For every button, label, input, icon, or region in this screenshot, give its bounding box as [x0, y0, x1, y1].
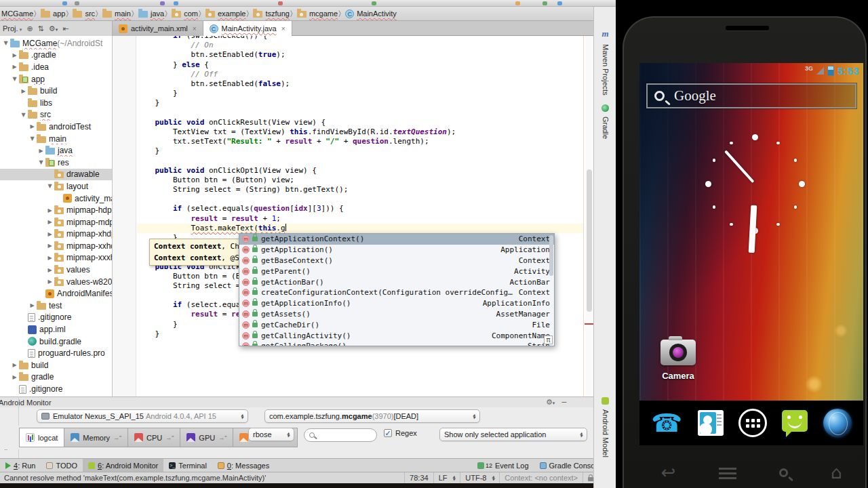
scrollbar-thumb[interactable]	[587, 169, 592, 312]
completion-item-getApplicationInfo[interactable]: mgetApplicationInfo()ApplicationInfo	[239, 298, 554, 309]
code-line[interactable]: String select = (String) btn.getText();	[137, 185, 585, 195]
tree-item-mipmap-hdpi[interactable]: ▶mipmap-hdpi	[0, 204, 112, 216]
toolbar-icon[interactable]	[160, 1, 165, 5]
monitor-tab-logcat[interactable]: logcat	[19, 428, 64, 447]
home-button[interactable]: ⌂	[831, 464, 842, 481]
code-line[interactable]: result = result + 1;	[137, 214, 585, 224]
regex-checkbox[interactable]: ✓ Regex	[384, 429, 417, 437]
editor-tab-activity_main.xml[interactable]: activity_main.xml×	[113, 21, 203, 36]
tool-button-maven[interactable]: m Maven Projects	[594, 26, 616, 96]
monitor-tab-GPU[interactable]: GPU→”	[180, 428, 233, 447]
code-line[interactable]: public void onClickResult(View view) {	[137, 118, 585, 127]
completion-item-getCallingPackage[interactable]: mgetCallingPackage()Strin	[239, 341, 554, 346]
tree-item-.gitignore[interactable]: .gitignore	[0, 312, 112, 324]
tree-item-res[interactable]: ▼res	[0, 157, 112, 169]
browser-app-icon[interactable]	[823, 409, 852, 437]
code-line[interactable]: }	[137, 89, 585, 98]
tree-item-MCGame[interactable]: ▼MCGame (~/AndroidSt	[0, 37, 112, 49]
monitor-tab-CPU[interactable]: CPU→”	[128, 428, 180, 447]
collapse-arrow[interactable]: ▼	[10, 76, 19, 82]
expand-arrow[interactable]: ▶	[10, 362, 19, 368]
collapse-arrow[interactable]: ▼	[19, 112, 28, 118]
code-line[interactable]	[137, 108, 585, 118]
expand-arrow[interactable]: ▶	[45, 255, 54, 261]
breadcrumb-item-main[interactable]: main	[102, 9, 131, 18]
tree-item-androidTest[interactable]: ▶androidTest	[0, 121, 112, 133]
completion-item-getCallingActivity[interactable]: mgetCallingActivity()ComponentName	[239, 330, 554, 341]
tree-item-mipmap-xxhdpi[interactable]: ▶mipmap-xxhdpi	[0, 240, 112, 252]
collapse-arrow[interactable]: ▼	[37, 159, 45, 165]
tool-button-android-model[interactable]: Android Model	[594, 394, 616, 458]
tree-item-values-w820dp[interactable]: ▶values-w820dp	[0, 276, 112, 288]
toolbar-icon[interactable]	[542, 1, 547, 5]
messaging-app-icon[interactable]	[782, 410, 808, 432]
code-line[interactable]: if (select.equals(question[idx][3])) {	[137, 204, 585, 214]
device-dropdown[interactable]: Emulator Nexus_S_API_15 Android 4.0.4, A…	[37, 409, 248, 423]
log-level-dropdown[interactable]: rbose▲▼	[248, 428, 294, 441]
expand-arrow[interactable]: ▶	[10, 52, 19, 58]
collapse-arrow[interactable]: ▼	[28, 136, 37, 142]
monitor-hide-icon[interactable]: ─	[561, 398, 566, 407]
tree-item-src[interactable]: ▼src	[0, 109, 112, 121]
expand-arrow[interactable]: ▶	[45, 279, 54, 285]
tree-item-activity_main.xml[interactable]: activity_main.xml	[0, 192, 112, 205]
tool-window-button-0--Messages[interactable]: 0: Messages	[212, 459, 275, 472]
breadcrumb-item-app[interactable]: app	[41, 9, 65, 18]
search-button[interactable]	[779, 468, 788, 477]
tree-item-app.iml[interactable]: app.iml	[0, 323, 112, 336]
expand-arrow[interactable]: ▶	[19, 88, 28, 94]
completion-item-getBaseContext[interactable]: mgetBaseContext()Context	[239, 256, 554, 266]
code-line[interactable]: txt.setText("Result: " + result + "/" + …	[137, 137, 585, 146]
line-ending-selector[interactable]: LF▲▼	[433, 472, 460, 483]
collapse-arrow[interactable]: ▼	[45, 183, 54, 189]
tree-item-gradle[interactable]: ▶gradle	[0, 371, 112, 384]
completion-item-createConfigurationContextConfigurationoverrideConfig[interactable]: mcreateConfigurationContext(Configuratio…	[239, 287, 554, 298]
filter-dropdown[interactable]: Show only selected application▲▼	[439, 428, 587, 441]
tree-item-mipmap-mdpi[interactable]: ▶mipmap-mdpi	[0, 216, 112, 228]
code-line[interactable]: }	[137, 146, 585, 156]
breadcrumb-item-tszfung[interactable]: tszfung	[253, 9, 289, 18]
camera-shortcut[interactable]: Camera	[654, 340, 702, 381]
error-stripe-mark[interactable]	[585, 323, 593, 325]
tree-item-libs[interactable]: libs	[0, 97, 112, 109]
collapse-arrow[interactable]: ▼	[1, 40, 10, 46]
tool-window-button-TODO[interactable]: TODO	[41, 459, 83, 472]
completion-item-getAssets[interactable]: mgetAssets()AssetManager	[239, 309, 554, 320]
code-line[interactable]: // Off	[137, 70, 585, 79]
code-line[interactable]: public void onClickOpt1(View view) {	[137, 166, 585, 176]
menu-button[interactable]	[719, 468, 736, 470]
tree-item-java[interactable]: ▶java	[0, 144, 112, 157]
breadcrumb-item-example[interactable]: example	[205, 9, 246, 18]
expand-arrow[interactable]: ▶	[45, 231, 54, 237]
monitor-gear-icon[interactable]: ⚙▾	[546, 398, 555, 407]
hide-panel-icon[interactable]: ⇤	[62, 24, 68, 33]
toolbar-icon[interactable]	[515, 1, 520, 5]
code-line[interactable]: Toast.makeText(this.g	[137, 224, 583, 233]
pi-badge[interactable]: π	[544, 336, 553, 344]
close-tab-icon[interactable]: ×	[281, 25, 285, 33]
code-line[interactable]: btn.setEnabled(false);	[137, 79, 585, 89]
expand-arrow[interactable]: ▶	[37, 148, 45, 154]
editor-tab-MainActivity.java[interactable]: CMainActivity.java×	[203, 21, 292, 36]
editor-gutter[interactable]	[113, 36, 136, 396]
caret-position[interactable]: 78:34	[404, 472, 433, 483]
app-drawer-icon[interactable]	[738, 409, 767, 437]
process-dropdown[interactable]: com.example.tszfung.mcgame (3970) [DEAD]…	[264, 409, 480, 423]
expand-arrow[interactable]: ▶	[10, 374, 19, 380]
tree-item-proguard-rules.pro[interactable]: proguard-rules.pro	[0, 347, 112, 359]
code-line[interactable]: Button btn = (Button) view;	[137, 176, 585, 185]
expand-arrow[interactable]: ▶	[45, 267, 54, 273]
tree-item-.idea[interactable]: ▶.idea	[0, 61, 112, 73]
expand-arrow[interactable]: ▶	[45, 219, 54, 225]
expand-arrow[interactable]: ▶	[28, 302, 37, 308]
tree-item-.gradle[interactable]: ▶.gradle	[0, 49, 112, 62]
completion-item-getApplicationContext[interactable]: mgetApplicationContext()Context	[239, 234, 554, 245]
tree-item-build[interactable]: ▶build	[0, 85, 112, 97]
close-tab-icon[interactable]: ×	[193, 25, 197, 33]
code-line[interactable]: if (sw.isChecked()) {	[137, 36, 585, 41]
completion-item-getCacheDir[interactable]: mgetCacheDir()File	[239, 319, 554, 330]
breadcrumb-item-MainActivity[interactable]: CMainActivity	[345, 9, 397, 18]
tool-window-button-Terminal[interactable]: >_Terminal	[163, 459, 212, 472]
scroll-from-source-icon[interactable]: ⇅	[38, 24, 44, 33]
gear-icon[interactable]: ⚙▾	[49, 24, 58, 33]
